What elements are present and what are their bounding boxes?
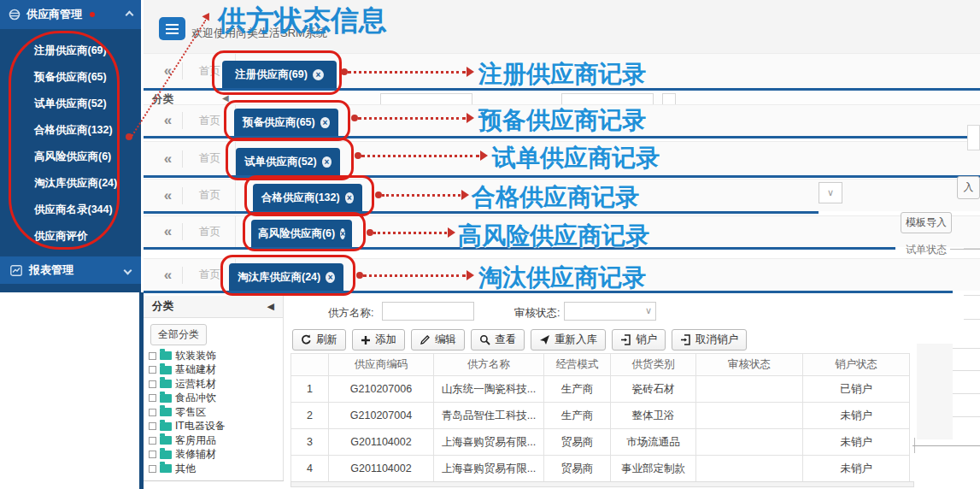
sidebar-item-supplier-management[interactable]: 供应商管理 [0,0,141,29]
chevron-down-icon[interactable] [124,266,132,274]
close-tab-icon[interactable]: × [320,117,330,128]
tab-highrisk-suppliers[interactable]: 高风险供应商(6) × [251,220,352,247]
folder-icon [160,408,172,416]
tree-item-other[interactable]: 其他 [149,462,283,476]
tree-item-operating-consumables[interactable]: 运营耗材 [149,377,283,392]
category-panel-title: 分类 [152,299,173,314]
close-tab-icon[interactable]: × [326,272,335,283]
close-tab-icon[interactable]: × [322,156,332,168]
import-button-partial[interactable]: 入 [957,176,980,199]
sidebar-item-qualified-suppliers[interactable]: 合格供应商(132) [34,117,141,144]
checkbox[interactable] [149,352,156,360]
close-tab-icon[interactable]: × [340,228,345,239]
supplier-name-link[interactable]: 上海喜购贸易有限... [434,456,544,482]
supplier-name-link[interactable]: 山东统一陶瓷科技... [434,376,544,403]
annotation-red-dot [90,12,95,17]
folder-icon [160,380,172,388]
checkbox[interactable] [149,380,156,388]
tab-eliminated-suppliers[interactable]: 淘汰库供应商(24) × [229,263,343,291]
tab-home[interactable]: 首页 [185,259,236,291]
col-supplier-name: 供方名称 [434,354,544,376]
folder-icon [160,366,172,374]
sidebar-item-report-management[interactable]: 报表管理 [0,256,141,284]
audit-status-select[interactable]: ∨ [564,302,656,321]
tree-item-it-equipment[interactable]: IT电器设备 [149,420,283,434]
refresh-button[interactable]: 刷新 [292,329,346,351]
supplier-name-input[interactable] [382,302,474,321]
tree-item-retail[interactable]: 零售区 [149,405,283,420]
checkbox[interactable] [149,437,156,445]
close-tab-icon[interactable]: × [345,192,354,203]
collapse-tabs-icon[interactable]: « [154,267,183,284]
tab-registered-suppliers[interactable]: 注册供应商(69) × [222,61,337,88]
send-icon [539,334,550,345]
ghost-dropdown: ∨ [819,182,842,203]
tab-prepared-suppliers[interactable]: 预备供应商(65) × [234,109,338,136]
template-import-button[interactable]: 模板导入 [901,212,952,233]
col-business-mode: 经营模式 [544,354,611,376]
horizontal-scrollbar[interactable] [290,481,914,487]
hamburger-menu-button[interactable] [159,17,185,40]
checkbox[interactable] [149,394,156,402]
folder-icon [160,394,172,403]
annotation-label-4: 合格供应商记录 [472,181,639,214]
table-row[interactable]: 1 G210207006 山东统一陶瓷科技... 生产商 瓷砖石材 已销户 [291,376,910,403]
sidebar-item-eliminated-suppliers[interactable]: 淘汰库供应商(24) [34,170,141,197]
folder-icon [160,351,172,360]
restock-button[interactable]: 重新入库 [531,329,606,351]
sidebar-item-supplier-directory[interactable]: 供应商名录(344) [34,197,141,223]
collapse-tabs-icon[interactable]: « [154,112,183,129]
supplier-name-link[interactable]: 上海喜购贸易有限... [434,429,544,456]
sidebar-item-registered-suppliers[interactable]: 注册供应商(69) [34,38,141,64]
sign-out-icon [620,334,631,345]
sidebar-item-prepared-suppliers[interactable]: 预备供应商(65) [34,64,141,91]
close-tab-icon[interactable]: × [313,69,324,80]
col-account-status: 销户状态 [803,354,910,376]
edit-button[interactable]: 编辑 [411,329,465,351]
tab-home[interactable]: 首页 [185,180,236,211]
tab-home[interactable]: 首页 [185,105,236,136]
ghost-collapse-icon: ◀ [222,93,229,103]
table-row[interactable]: 4 G201104002 上海喜购贸易有限... 贸易商 事业部定制款 未销户 [291,456,910,482]
col-supply-category: 供货类别 [611,354,696,376]
cancel-close-account-button[interactable]: 取消销户 [672,329,747,351]
tree-item-decoration-aux[interactable]: 装修辅材 [149,448,283,462]
ghost-input [967,125,980,150]
chevron-down-icon: ∨ [645,305,652,316]
collapse-tabs-icon[interactable]: « [154,187,183,204]
checkbox[interactable] [149,465,156,473]
tree-item-basic-materials[interactable]: 基础建材 [149,363,283,378]
checkbox[interactable] [149,422,156,430]
view-button[interactable]: 查看 [471,329,525,351]
collapse-tabs-icon[interactable]: « [154,223,183,240]
tab-home[interactable]: 首页 [185,142,236,175]
audit-status-label: 审核状态: [514,306,560,321]
checkbox[interactable] [149,366,156,374]
collapse-tabs-icon[interactable]: « [154,150,183,168]
app-root: 欢迎使用尚美生活SRM系统 供应商管理 注册供应商(69) 预备供应商(65) … [0,0,980,489]
add-button[interactable]: 添加 [352,329,405,351]
tab-qualified-suppliers[interactable]: 合格供应商(132) × [253,184,362,211]
sidebar-item-highrisk-suppliers[interactable]: 高风险供应商(6) [34,144,141,170]
supplier-name-link[interactable]: 青岛品智住工科技... [434,403,544,429]
sidebar-item-trial-suppliers[interactable]: 试单供应商(52) [34,91,141,117]
annotation-label-6: 淘汰供应商记录 [478,262,646,294]
table-row[interactable]: 2 G210207004 青岛品智住工科技... 生产商 整体卫浴 未销户 [291,403,910,429]
all-categories-button[interactable]: 全部分类 [150,324,207,345]
sidebar-item-supplier-evaluation[interactable]: 供应商评价 [34,223,141,250]
tab-trial-suppliers[interactable]: 试单供应商(52) × [236,148,340,175]
checkbox[interactable] [149,451,156,458]
sidebar-header-label: 供应商管理 [26,7,82,22]
collapse-panel-icon[interactable]: ◀ [267,301,274,312]
close-account-button[interactable]: 销户 [612,329,666,351]
tab-home[interactable]: 首页 [185,216,236,247]
tree-item-room-supplies[interactable]: 客房用品 [149,433,283,448]
folder-icon [160,451,172,459]
tree-item-soft-decor[interactable]: 软装装饰 [149,349,283,363]
report-management-label: 报表管理 [29,262,73,278]
supplier-management-icon [9,9,21,21]
chevron-up-icon[interactable] [126,10,134,19]
checkbox[interactable] [149,409,156,416]
table-row[interactable]: 3 G201104002 上海喜购贸易有限... 贸易商 市场流通品 未销户 [291,429,910,456]
tree-item-food-drinks[interactable]: 食品冲饮 [149,392,283,406]
